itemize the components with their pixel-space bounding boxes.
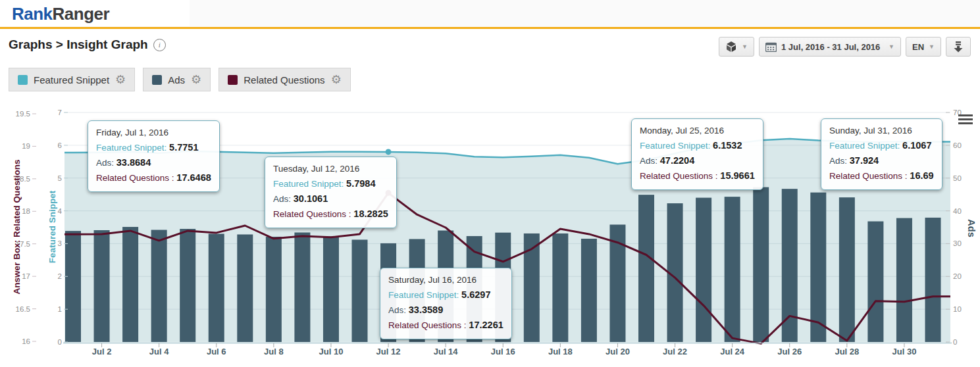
- gear-icon[interactable]: ⚙: [115, 74, 126, 86]
- chart-tooltip: Saturday, Jul 16, 2016Featured Snippet: …: [380, 268, 512, 339]
- legend-label: Related Questions: [244, 74, 324, 86]
- breadcrumb-row: Graphs > Insight Graph i: [9, 36, 166, 53]
- ads-bar[interactable]: [65, 231, 81, 342]
- date-range-value: 1 Jul, 2016 - 31 Jul, 2016: [781, 42, 880, 52]
- tooltip-related-questions: Related Questions : 17.2261: [388, 318, 503, 333]
- tooltip-ads: Ads: 33.8684: [96, 155, 211, 170]
- axis-title: Ads: [966, 219, 977, 237]
- axis-tick-label: 17: [22, 272, 30, 280]
- ads-bar[interactable]: [180, 229, 195, 342]
- axis-tick-label: 20: [953, 272, 962, 280]
- breadcrumb[interactable]: Graphs > Insight Graph: [9, 37, 148, 52]
- tooltip-featured-snippet: Featured Snippet: 5.6297: [388, 287, 503, 303]
- legend-label: Featured Snippet: [34, 74, 109, 86]
- language-selector[interactable]: EN ▼: [906, 37, 941, 57]
- ads-bar[interactable]: [323, 236, 339, 342]
- ads-bar[interactable]: [896, 218, 912, 342]
- tooltip-ads: Ads: 30.1061: [273, 191, 388, 207]
- report-type-button[interactable]: ▼: [719, 37, 754, 57]
- axis-tick-label: 10: [953, 305, 962, 313]
- rankranger-logo[interactable]: RankRanger: [12, 4, 109, 24]
- x-tick-label: Jul 8: [264, 347, 284, 356]
- axis-tick-label: 16.5: [16, 305, 30, 313]
- ads-bar[interactable]: [925, 218, 941, 342]
- chart-tooltip: Tuesday, Jul 12, 2016Featured Snippet: 5…: [265, 157, 397, 228]
- download-icon: [953, 41, 964, 53]
- x-tick-label: Jul 14: [434, 347, 459, 356]
- axis-tick-label: 16: [22, 337, 30, 345]
- x-tick-label: Jul 30: [892, 347, 917, 356]
- tooltip-related-questions: Related Questions : 15.9661: [640, 168, 755, 184]
- toolbar: ▼ 1 Jul, 2016 - 31 Jul, 2016 ▼ EN ▼: [719, 37, 971, 57]
- ads-bar[interactable]: [725, 197, 740, 342]
- info-icon[interactable]: i: [153, 39, 166, 51]
- tooltip-date: Monday, Jul 25, 2016: [640, 124, 755, 138]
- x-tick-label: Jul 24: [720, 347, 745, 356]
- x-tick-label: Jul 12: [376, 347, 401, 356]
- ads-bar[interactable]: [122, 227, 138, 342]
- date-range-picker[interactable]: 1 Jul, 2016 - 31 Jul, 2016 ▼: [759, 37, 901, 57]
- ads-bar[interactable]: [552, 233, 568, 342]
- ads-bar[interactable]: [782, 189, 798, 342]
- ads-bar[interactable]: [753, 187, 769, 342]
- axis-tick-label: 60: [953, 141, 962, 149]
- axis-tick-label: 50: [953, 174, 962, 182]
- chevron-down-icon: ▼: [889, 43, 894, 50]
- x-tick-label: Jul 10: [319, 347, 344, 356]
- ads-bar[interactable]: [867, 222, 883, 342]
- chart-tooltip: Monday, Jul 25, 2016Featured Snippet: 6.…: [631, 118, 763, 190]
- legend-chip[interactable]: Featured Snippet⚙: [9, 68, 135, 91]
- language-value: EN: [912, 42, 924, 52]
- ads-bar[interactable]: [839, 197, 855, 342]
- ads-bar[interactable]: [352, 239, 368, 342]
- tooltip-ads: Ads: 37.924: [829, 153, 934, 168]
- featured-snippet-point[interactable]: [386, 149, 392, 155]
- ads-bar[interactable]: [638, 195, 654, 342]
- export-button[interactable]: [946, 37, 971, 57]
- axis-title: Answer Box: Related Questions: [12, 160, 22, 295]
- chevron-down-icon: ▼: [929, 43, 935, 50]
- insight-graph-page: RankRanger Graphs > Insight Graph i ▼ 1 …: [0, 0, 980, 367]
- ads-bar[interactable]: [94, 230, 110, 342]
- x-tick-label: Jul 4: [149, 347, 169, 356]
- ads-bar[interactable]: [266, 237, 282, 342]
- x-tick-label: Jul 22: [663, 347, 687, 356]
- ads-bar[interactable]: [581, 239, 597, 342]
- axis-title: Featured Snippet: [47, 190, 57, 263]
- legend-chip[interactable]: Related Questions⚙: [219, 68, 351, 91]
- gear-icon[interactable]: ⚙: [331, 74, 342, 86]
- ads-bar[interactable]: [294, 232, 310, 342]
- tooltip-date: Friday, Jul 1, 2016: [96, 126, 211, 140]
- legend-swatch: [18, 75, 28, 85]
- tooltip-related-questions: Related Questions : 18.2825: [273, 207, 388, 222]
- axis-tick-label: 0: [953, 338, 957, 346]
- ads-bar[interactable]: [151, 230, 167, 342]
- axis-tick-label: 30: [953, 239, 962, 247]
- tooltip-related-questions: Related Questions : 16.69: [829, 168, 934, 184]
- tooltip-ads: Ads: 33.3589: [388, 303, 503, 318]
- chart-tooltip: Sunday, Jul 31, 2016Featured Snippet: 6.…: [821, 118, 942, 190]
- x-tick-label: Jul 16: [491, 347, 515, 356]
- legend-label: Ads: [168, 74, 185, 86]
- legend-swatch: [152, 75, 162, 85]
- logo-rank: Rank: [12, 4, 53, 24]
- axis-tick-label: 4: [58, 207, 63, 215]
- tooltip-date: Tuesday, Jul 12, 2016: [273, 162, 388, 176]
- tooltip-date: Sunday, Jul 31, 2016: [829, 124, 934, 138]
- chart-menu-button[interactable]: [958, 114, 973, 126]
- axis-tick-label: 2: [58, 272, 62, 280]
- axis-tick-label: 1: [58, 305, 62, 313]
- axis-tick-label: 18: [22, 207, 30, 215]
- ads-bar[interactable]: [810, 193, 826, 342]
- ads-bar[interactable]: [696, 198, 711, 342]
- package-icon: [725, 41, 737, 53]
- calendar-icon: [765, 42, 777, 52]
- axis-tick-label: 0: [58, 338, 62, 346]
- top-bar: RankRanger: [0, 0, 980, 29]
- ads-bar[interactable]: [209, 233, 224, 342]
- gear-icon[interactable]: ⚙: [191, 74, 201, 86]
- legend-chip[interactable]: Ads⚙: [143, 68, 211, 91]
- ads-bar[interactable]: [237, 234, 253, 342]
- tooltip-featured-snippet: Featured Snippet: 5.7984: [273, 176, 388, 191]
- x-tick-label: Jul 18: [548, 347, 573, 356]
